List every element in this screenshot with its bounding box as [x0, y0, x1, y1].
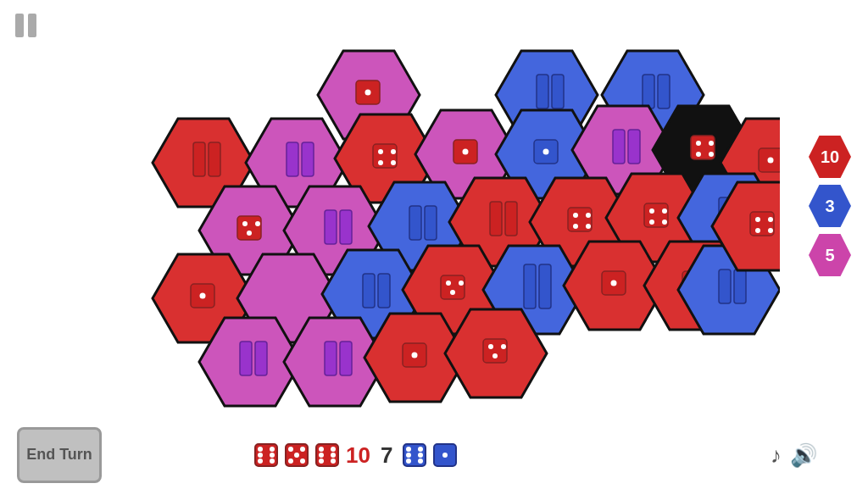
svg-point-63: [662, 208, 667, 214]
svg-point-114: [755, 228, 760, 233]
svg-point-133: [331, 453, 336, 458]
svg-rect-11: [193, 142, 205, 176]
svg-point-115: [768, 228, 773, 233]
svg-point-71: [200, 293, 206, 299]
svg-point-121: [258, 453, 263, 458]
svg-point-113: [768, 217, 773, 222]
svg-point-120: [270, 458, 275, 464]
svg-point-65: [662, 219, 667, 225]
svg-point-104: [488, 344, 493, 349]
svg-rect-98: [340, 342, 352, 375]
army-count-pink: 5: [809, 234, 851, 276]
speaker-icon[interactable]: 🔊: [790, 442, 817, 469]
svg-rect-109: [734, 270, 746, 303]
side-panel: 10 3 5: [809, 136, 851, 276]
red-score: 10: [346, 442, 370, 469]
sound-area[interactable]: ♪ 🔊: [771, 442, 817, 469]
svg-point-35: [696, 152, 701, 157]
score-die-red-2: [285, 443, 309, 467]
bottom-bar: End Turn 10: [0, 421, 868, 489]
svg-rect-50: [425, 206, 437, 240]
svg-rect-8: [643, 75, 654, 108]
svg-point-126: [288, 458, 293, 464]
svg-point-142: [418, 453, 423, 458]
svg-point-106: [492, 353, 498, 358]
svg-point-131: [331, 447, 336, 452]
svg-point-34: [709, 141, 714, 146]
svg-point-138: [418, 447, 423, 452]
svg-point-80: [450, 290, 455, 295]
army-count-red: 10: [809, 136, 851, 178]
svg-point-117: [258, 447, 263, 452]
score-die-red-1: [254, 443, 278, 467]
svg-rect-108: [719, 270, 731, 303]
svg-point-44: [247, 231, 252, 236]
svg-rect-53: [505, 202, 517, 236]
svg-rect-41: [237, 216, 261, 240]
svg-rect-82: [524, 264, 536, 308]
svg-rect-9: [658, 75, 670, 108]
svg-point-132: [319, 453, 324, 458]
svg-point-139: [406, 458, 411, 464]
army-count-blue: 3: [809, 185, 851, 227]
svg-point-27: [543, 149, 549, 155]
svg-point-20: [378, 160, 383, 165]
svg-point-78: [446, 281, 451, 286]
svg-point-33: [696, 141, 701, 146]
svg-point-36: [709, 152, 714, 157]
svg-rect-15: [302, 142, 314, 176]
svg-rect-29: [613, 130, 625, 164]
score-die-red-3: [315, 443, 339, 467]
svg-rect-75: [378, 274, 390, 308]
svg-rect-97: [325, 342, 337, 375]
svg-rect-47: [340, 210, 352, 244]
pause-bar-right: [28, 14, 36, 37]
svg-point-58: [573, 224, 578, 229]
svg-point-79: [459, 281, 464, 286]
svg-point-24: [463, 149, 469, 155]
svg-point-18: [378, 149, 383, 154]
svg-point-140: [418, 458, 423, 464]
svg-point-42: [242, 221, 248, 226]
svg-point-119: [258, 458, 263, 464]
svg-point-19: [391, 149, 396, 154]
svg-point-86: [611, 281, 617, 286]
svg-point-144: [442, 453, 448, 458]
svg-rect-14: [287, 142, 298, 176]
svg-point-134: [319, 458, 324, 464]
svg-point-101: [412, 353, 418, 358]
svg-point-64: [649, 219, 654, 225]
svg-point-3: [365, 90, 371, 96]
svg-rect-103: [483, 339, 507, 363]
svg-point-130: [319, 447, 324, 452]
svg-point-141: [406, 453, 411, 458]
pause-button[interactable]: [10, 10, 41, 41]
svg-point-125: [300, 447, 305, 452]
svg-point-21: [391, 160, 396, 165]
svg-point-112: [755, 217, 760, 222]
svg-rect-95: [255, 342, 267, 375]
svg-rect-12: [209, 142, 220, 176]
music-icon[interactable]: ♪: [771, 442, 782, 469]
svg-point-39: [768, 158, 774, 164]
svg-point-135: [331, 458, 336, 464]
end-turn-button[interactable]: End Turn: [17, 427, 102, 483]
game-board[interactable]: .hex-cell { stroke: #111; stroke-width: …: [68, 42, 780, 424]
score-area: 10 7: [254, 442, 457, 469]
svg-point-137: [406, 447, 411, 452]
score-die-blue-2: [433, 443, 457, 467]
svg-rect-74: [363, 274, 375, 308]
score-die-blue-1: [403, 443, 426, 467]
svg-point-57: [586, 213, 591, 218]
svg-rect-77: [441, 275, 465, 299]
svg-rect-30: [628, 130, 640, 164]
svg-marker-0: [68, 42, 170, 131]
svg-point-122: [270, 453, 275, 458]
svg-rect-52: [490, 202, 502, 236]
svg-rect-49: [409, 206, 421, 240]
svg-point-124: [288, 447, 293, 452]
pause-bar-left: [15, 14, 24, 37]
svg-point-105: [501, 344, 506, 349]
svg-point-62: [649, 208, 654, 214]
svg-rect-46: [325, 210, 337, 244]
